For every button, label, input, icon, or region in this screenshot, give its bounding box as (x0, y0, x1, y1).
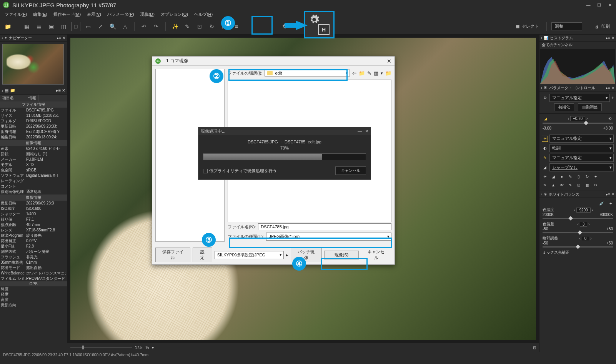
auto-adjust-button[interactable]: 自動調整 (578, 103, 602, 111)
tool-icon-14[interactable]: ✂ (593, 182, 599, 188)
tool-icon-13[interactable]: ▦ (584, 182, 590, 188)
close-button[interactable]: ✕ (607, 2, 613, 8)
color-temp-slider[interactable] (543, 218, 613, 219)
chevron-icon[interactable]: › (541, 86, 542, 90)
dark-adjust-slider[interactable] (543, 246, 613, 248)
tone-dropdown[interactable]: 軟調 (549, 144, 614, 152)
tool-icon-7[interactable]: ✦ (593, 173, 599, 180)
zoom-icon[interactable]: 🔍 (108, 22, 117, 31)
menu-view[interactable]: 表示(V) (85, 11, 103, 18)
wb-preset-dropdown[interactable]: マニュアル指定 (549, 135, 614, 143)
grid-view-icon[interactable]: ▣ (47, 22, 56, 31)
develop-batch-icon[interactable]: ⚙ (321, 22, 331, 31)
sharp-preset-dropdown[interactable]: マニュアル指定 (549, 154, 614, 162)
eyedropper-icon[interactable]: 💉 (598, 200, 604, 206)
quality-dropdown[interactable]: SILKYPIX標準設定(JPEG (215, 251, 284, 259)
collapse-icon[interactable]: ▸≡ ✕ (606, 192, 614, 196)
transform-icon[interactable]: ⬚ (220, 22, 229, 31)
multi-view-icon[interactable]: ◫ (59, 22, 68, 31)
save-file-button[interactable]: 保存ファイル (155, 248, 190, 262)
batch-develop-button[interactable]: バッチ現像 (291, 248, 322, 262)
zoom-slider[interactable] (70, 347, 132, 348)
tool-icon-12[interactable]: ⊡ (576, 182, 582, 188)
target-icon[interactable]: ✦ (608, 200, 614, 206)
tool-icon-1[interactable]: ☀ (542, 173, 548, 180)
menu-option[interactable]: オプション(O) (158, 11, 190, 18)
folder-tab-icon[interactable]: 📁 (10, 88, 15, 93)
collapse-icon[interactable]: ▸≡ ✕ (606, 36, 614, 40)
warning-icon[interactable]: △ (120, 22, 130, 31)
thumbnail-view-icon[interactable]: ▦ (22, 22, 31, 31)
tool-icon-11[interactable]: ✎ (567, 182, 573, 188)
tool-icon-9[interactable]: ▲ (550, 182, 556, 188)
menu-help[interactable]: ヘルプ(H) (192, 11, 215, 18)
develop-button[interactable]: 現像(S) (324, 251, 359, 259)
chevron-icon[interactable]: › (541, 192, 542, 196)
menu-develop[interactable]: 現像(D) (138, 11, 157, 18)
select-mode-button[interactable]: ▦セレクト (513, 23, 542, 30)
preview-icon[interactable]: □ (71, 22, 80, 31)
wand-icon[interactable]: ✎ (183, 22, 192, 31)
filetype-dropdown[interactable]: JPEG画像(*.jpg) (266, 233, 391, 241)
filename-input[interactable] (258, 223, 391, 230)
up-folder-icon[interactable]: ⇦ (352, 70, 356, 76)
combo-view-icon[interactable]: ▤ (34, 22, 43, 31)
progress-cancel-button[interactable]: キャンセル (335, 166, 366, 175)
add-icon[interactable]: + (611, 96, 614, 100)
zoom-dropdown-icon[interactable]: ▾ (152, 346, 154, 350)
init-button[interactable]: 初期化 (554, 103, 574, 111)
mode-dropdown[interactable]: 調整 (551, 22, 582, 30)
collapse-icon[interactable]: ▸≡ ✕ (57, 36, 65, 40)
maximize-button[interactable]: ☐ (596, 2, 602, 8)
collapse-icon[interactable]: ▸≡ ✕ (606, 86, 614, 90)
menu-edit[interactable]: 編集(E) (31, 11, 50, 18)
chevron-icon[interactable]: ‹ (2, 88, 3, 93)
close-button[interactable]: ✕ (365, 129, 368, 134)
chevron-icon[interactable]: ‹ (2, 36, 3, 40)
minimize-button[interactable]: — (358, 129, 362, 134)
minimize-button[interactable]: — (585, 2, 591, 8)
exposure-value[interactable]: +0.70 (570, 116, 585, 121)
refresh-icon[interactable]: 📁 (385, 70, 391, 76)
develop-single-icon[interactable] (277, 22, 292, 31)
menu-mode[interactable]: 操作モード(M) (51, 11, 83, 18)
fit-icon[interactable]: ⤢ (96, 22, 105, 31)
layers-icon[interactable]: ≡ (232, 22, 241, 31)
tool-icon-6[interactable]: ↻ (584, 173, 590, 180)
location-dropdown[interactable]: edit (265, 70, 350, 76)
tool-icon-8[interactable]: ✎ (542, 182, 548, 188)
dark-adjust-value[interactable]: 0 (582, 236, 589, 241)
open-folder-icon[interactable]: 📁 (3, 22, 12, 31)
tool-icon-4[interactable]: ✎ (567, 173, 573, 180)
color-dev-slider[interactable] (543, 232, 613, 233)
print-button[interactable]: 🖨印刷 (592, 23, 613, 30)
tool-icon-3[interactable]: ● (559, 173, 565, 180)
settings-button[interactable]: 設定 (193, 248, 212, 262)
rotate-icon[interactable]: ↻ (207, 22, 216, 31)
color-dev-value[interactable]: 3 (580, 222, 588, 227)
lock-icon[interactable]: ⟲ (607, 115, 613, 121)
menu-param[interactable]: パラメータ(P) (105, 11, 137, 18)
tool-icon-5[interactable]: ▯ (576, 173, 582, 180)
view-list-icon[interactable]: ▦ (374, 70, 378, 76)
tool-icon-10[interactable]: 👁 (559, 182, 565, 188)
navigator-thumbnail[interactable] (0, 42, 67, 87)
home-icon[interactable]: 📁 (359, 70, 365, 76)
view-dropdown-icon[interactable]: ▾ (381, 71, 383, 76)
info-tab-icon[interactable]: ▤ (5, 88, 8, 93)
auto-adjust-icon[interactable]: ✨ (170, 22, 180, 31)
redo-icon[interactable]: ↷ (152, 22, 161, 31)
undo-icon[interactable]: ↶ (139, 22, 148, 31)
exposure-slider[interactable] (543, 123, 613, 124)
collapse-icon[interactable]: ▸≡ ✕ (56, 88, 65, 93)
quality-arrow-icon[interactable]: ▸ (286, 253, 288, 258)
sharp-dropdown[interactable]: シャープなし (549, 163, 614, 171)
compare-icon[interactable]: ▭ (83, 22, 93, 31)
crop-icon[interactable]: ⊡ (195, 22, 204, 31)
low-priority-checkbox[interactable]: 低プライオリティで現像処理を行う (203, 168, 277, 174)
new-folder-icon[interactable]: ✎ (367, 70, 371, 76)
cancel-button[interactable]: キャンセル (361, 248, 391, 262)
menu-file[interactable]: ファイル(F) (2, 11, 29, 18)
preset-dropdown[interactable]: マニュアル指定 (549, 94, 610, 102)
fit-screen-icon[interactable]: ⊡ (533, 346, 536, 350)
